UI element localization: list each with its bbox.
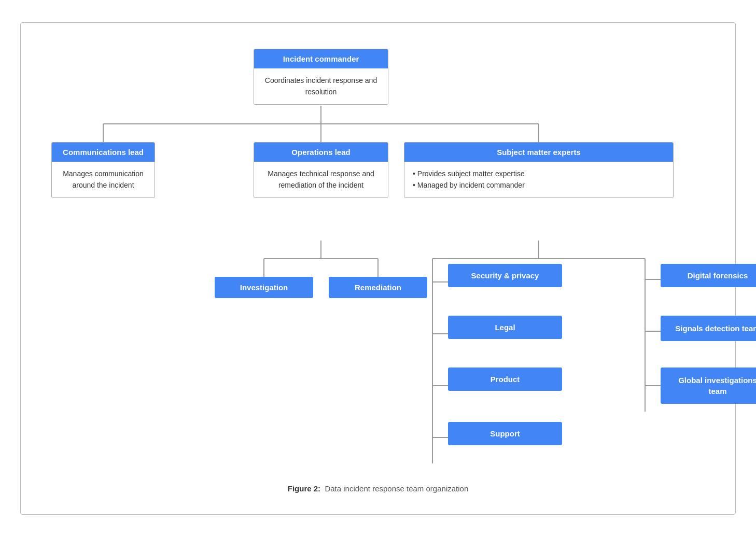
operations-lead-body: Manages technical response and remediati… xyxy=(254,162,388,197)
operations-lead-header: Operations lead xyxy=(254,143,388,162)
signals-detection-node: Signals detection team xyxy=(661,316,756,341)
figure-caption: Figure 2: Data incident response team or… xyxy=(288,484,469,493)
chart-area: Incident commander Coordinates incident … xyxy=(41,38,715,463)
remediation-node: Remediation xyxy=(329,277,427,298)
communications-lead-header: Communications lead xyxy=(52,143,155,162)
product-node: Product xyxy=(448,368,562,391)
incident-commander-body: Coordinates incident response and resolu… xyxy=(254,68,388,104)
sme-header: Subject matter experts xyxy=(404,143,673,162)
sme-body: • Provides subject matter expertise • Ma… xyxy=(404,162,673,197)
investigation-node: Investigation xyxy=(215,277,313,298)
digital-forensics-node: Digital forensics xyxy=(661,264,756,287)
communications-lead-node: Communications lead Manages communicatio… xyxy=(51,142,155,198)
security-privacy-node: Security & privacy xyxy=(448,264,562,287)
incident-commander-header: Incident commander xyxy=(254,49,388,68)
incident-commander-node: Incident commander Coordinates incident … xyxy=(254,49,388,105)
communications-lead-body: Manages communication around the inciden… xyxy=(52,162,155,197)
global-investigations-node: Global investigations team xyxy=(661,368,756,404)
sme-node: Subject matter experts • Provides subjec… xyxy=(404,142,674,198)
legal-node: Legal xyxy=(448,316,562,339)
operations-lead-node: Operations lead Manages technical respon… xyxy=(254,142,388,198)
diagram-container: Incident commander Coordinates incident … xyxy=(20,22,736,515)
support-node: Support xyxy=(448,422,562,445)
